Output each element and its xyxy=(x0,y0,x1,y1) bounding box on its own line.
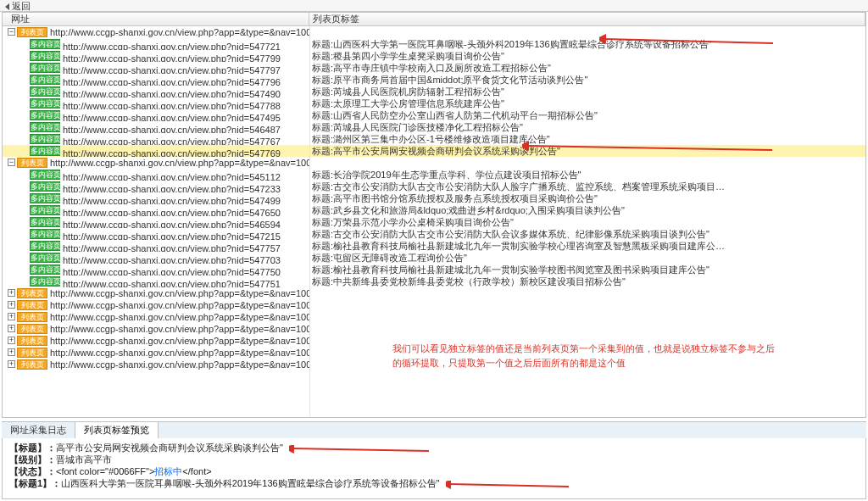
label-cell[interactable]: 标题:山西省人民防空办公室山西省人防第二代机动平台一期招标公告" xyxy=(310,109,865,121)
label-cell[interactable] xyxy=(310,157,865,169)
url-text: http://www.ccgp-shanxi.gov.cn/view.php?n… xyxy=(63,267,281,276)
badge-orange: 列表页 xyxy=(17,348,47,358)
expand-icon[interactable]: + xyxy=(8,289,15,297)
tree-row[interactable]: 多内容页http://www.ccgp-shanxi.gov.cn/view.p… xyxy=(3,276,309,287)
label-cell[interactable]: 标题:中共新绛县委党校新绛县委党校（行政学校）新校区建设项目招标公告" xyxy=(310,276,865,287)
url-text: http://www.ccgp-shanxi.gov.cn/view.php?n… xyxy=(63,220,281,228)
tree-spacer xyxy=(21,240,30,252)
tree-spacer xyxy=(21,86,30,97)
tab-preview[interactable]: 列表页标签预览 xyxy=(75,422,159,439)
label-cell[interactable]: 标题:榆社县教育科技局榆社县新建城北九年一贯制实验学校图书阅览室及图书采购项目建… xyxy=(310,264,865,276)
label-cell[interactable]: 标题:万荣县示范小学办公桌椅采购项目询价公告" xyxy=(310,216,865,228)
tab-log[interactable]: 网址采集日志 xyxy=(2,422,75,439)
label-cell[interactable]: 标题:高平市公安局网安视频会商研判会议系统采购谈判公告" xyxy=(310,145,865,157)
tree-row[interactable]: 多内容页http://www.ccgp-shanxi.gov.cn/view.p… xyxy=(3,252,309,264)
badge-green: 多内容页 xyxy=(30,264,60,275)
tree-row[interactable]: 多内容页http://www.ccgp-shanxi.gov.cn/view.p… xyxy=(3,50,309,62)
column-header-label[interactable]: 列表页标签 xyxy=(309,13,865,26)
tree-row[interactable]: 多内容页http://www.ccgp-shanxi.gov.cn/view.p… xyxy=(3,169,309,181)
tree-row[interactable]: 多内容页http://www.ccgp-shanxi.gov.cn/view.p… xyxy=(3,216,309,228)
url-text: http://www.ccgp-shanxi.gov.cn/view.php?n… xyxy=(63,148,281,157)
label-cell[interactable] xyxy=(310,287,865,299)
badge-green: 多内容页 xyxy=(30,205,60,215)
back-label: 返回 xyxy=(12,1,31,11)
expand-icon[interactable]: + xyxy=(8,337,15,344)
url-text: http://www.ccgp-shanxi.gov.cn/view.php?n… xyxy=(63,42,281,50)
collapse-icon[interactable]: − xyxy=(8,28,15,36)
url-tree: −列表页http://www.ccgp-shanxi.gov.cn/view.p… xyxy=(3,26,309,416)
tree-row[interactable]: 多内容页http://www.ccgp-shanxi.gov.cn/view.p… xyxy=(3,38,309,50)
label-cell[interactable]: 标题:古交市公安消防大队古交市公安消防大队人脸字广播系统、监控系统、档案管理系统… xyxy=(310,181,865,192)
label-cell[interactable] xyxy=(310,26,865,38)
tree-row[interactable]: +列表页http://www.ccgp-shanxi.gov.cn/view.p… xyxy=(3,287,309,299)
tree-row[interactable]: +列表页http://www.ccgp-shanxi.gov.cn/view.p… xyxy=(3,299,309,311)
top-bar: 返回 xyxy=(0,0,868,12)
tree-row[interactable]: 多内容页http://www.ccgp-shanxi.gov.cn/view.p… xyxy=(3,240,309,252)
label-cell[interactable]: 标题:太原理工大学公房管理信息系统建库公告" xyxy=(310,97,865,109)
url-text: http://www.ccgp-shanxi.gov.cn/view.php?a… xyxy=(50,312,309,322)
tree-row[interactable]: 多内容页http://www.ccgp-shanxi.gov.cn/view.p… xyxy=(3,228,309,240)
tree-spacer xyxy=(21,181,30,192)
expand-icon[interactable]: + xyxy=(8,313,15,320)
tree-row[interactable]: 多内容页http://www.ccgp-shanxi.gov.cn/view.p… xyxy=(3,204,309,216)
label-cell[interactable]: 标题:高平市寺庄镇中学校南入口及厕所改造工程招标公告" xyxy=(310,62,865,74)
expand-icon[interactable]: + xyxy=(8,301,15,309)
tree-row[interactable]: −列表页http://www.ccgp-shanxi.gov.cn/view.p… xyxy=(3,157,309,169)
tree-row[interactable]: +列表页http://www.ccgp-shanxi.gov.cn/view.p… xyxy=(3,347,309,359)
tree-row[interactable]: 多内容页http://www.ccgp-shanxi.gov.cn/view.p… xyxy=(3,181,309,192)
label-cell[interactable]: 标题:山西医科大学第一医院耳鼻咽喉-头颈外科2019年136购置眩晕综合诊疗系统… xyxy=(310,38,865,50)
tree-row[interactable]: 多内容页http://www.ccgp-shanxi.gov.cn/view.p… xyxy=(3,264,309,276)
back-arrow-icon xyxy=(5,3,9,10)
badge-green: 多内容页 xyxy=(30,253,60,263)
tree-spacer xyxy=(21,252,30,264)
label-cell[interactable]: 标题:古交市公安消防大队古交市公安消防大队会议多媒体系统、纪律影像系统采购项目谈… xyxy=(310,228,865,240)
tree-row[interactable]: 多内容页http://www.ccgp-shanxi.gov.cn/view.p… xyxy=(3,145,309,157)
column-header-url[interactable]: 网址 xyxy=(3,13,309,26)
collapse-icon[interactable]: − xyxy=(8,159,15,166)
badge-green: 多内容页 xyxy=(30,110,60,120)
label-cell[interactable]: 标题:潞州区第三集中办公区-1号楼维修改造项目建库公告" xyxy=(310,133,865,145)
label-cell[interactable]: 标题:芮城县人民医院门诊医技楼净化工程招标公告" xyxy=(310,121,865,133)
tree-row[interactable]: +列表页http://www.ccgp-shanxi.gov.cn/view.p… xyxy=(3,335,309,347)
url-text: http://www.ccgp-shanxi.gov.cn/view.php?n… xyxy=(63,196,281,204)
label-cell[interactable]: 标题:稷县第四小学学生桌凳采购项目询价公告" xyxy=(310,50,865,62)
expand-icon[interactable]: + xyxy=(8,360,15,368)
tree-row[interactable]: 多内容页http://www.ccgp-shanxi.gov.cn/view.p… xyxy=(3,192,309,204)
badge-green: 多内容页 xyxy=(30,217,60,227)
label-cell[interactable]: 标题:原平市商务局首届中国&middot;原平食货文化节活动谈判公告" xyxy=(310,74,865,86)
label-cell[interactable] xyxy=(310,311,865,323)
badge-green: 多内容页 xyxy=(30,86,60,97)
back-button[interactable]: 返回 xyxy=(5,0,31,13)
label-cell[interactable]: 标题:屯留区无障碍改造工程询价公告" xyxy=(310,252,865,264)
url-text: http://www.ccgp-shanxi.gov.cn/view.php?n… xyxy=(63,255,281,264)
tree-row[interactable]: 多内容页http://www.ccgp-shanxi.gov.cn/view.p… xyxy=(3,74,309,86)
expand-icon[interactable]: + xyxy=(8,325,15,332)
tree-row[interactable]: 多内容页http://www.ccgp-shanxi.gov.cn/view.p… xyxy=(3,62,309,74)
tree-row[interactable]: 多内容页http://www.ccgp-shanxi.gov.cn/view.p… xyxy=(3,109,309,121)
arrow-annotation-log1 xyxy=(289,445,433,454)
tree-row[interactable]: 多内容页http://www.ccgp-shanxi.gov.cn/view.p… xyxy=(3,121,309,133)
tree-row[interactable]: +列表页http://www.ccgp-shanxi.gov.cn/view.p… xyxy=(3,323,309,335)
url-text: http://www.ccgp-shanxi.gov.cn/view.php?a… xyxy=(50,288,309,298)
label-cell[interactable]: 标题:高平市图书馆分馆系统授权及服务点系统授权项目采购询价公告" xyxy=(310,192,865,204)
url-text: http://www.ccgp-shanxi.gov.cn/view.php?a… xyxy=(50,324,309,334)
expand-icon[interactable]: + xyxy=(8,348,15,356)
tree-row[interactable]: −列表页http://www.ccgp-shanxi.gov.cn/view.p… xyxy=(3,26,309,38)
label-cell[interactable]: 标题:榆社县教育科技局榆社县新建城北九年一贯制实验学校心理咨询室及智慧黑板采购项… xyxy=(310,240,865,252)
label-cell[interactable]: 标题:武乡县文化和旅游局&ldquo;戏曲进乡村&rdquo;入围采购项目谈判公… xyxy=(310,204,865,216)
tree-row[interactable]: 多内容页http://www.ccgp-shanxi.gov.cn/view.p… xyxy=(3,97,309,109)
label-cell[interactable]: 标题:长治学院2019年生态学重点学科、学位点建设项目招标公告" xyxy=(310,169,865,181)
badge-orange: 列表页 xyxy=(17,288,47,298)
url-text: http://www.ccgp-shanxi.gov.cn/view.php?n… xyxy=(63,208,281,216)
label-cell[interactable] xyxy=(310,323,865,335)
tree-row[interactable]: +列表页http://www.ccgp-shanxi.gov.cn/view.p… xyxy=(3,359,309,370)
label-cell[interactable] xyxy=(310,299,865,311)
tree-spacer xyxy=(21,121,30,133)
badge-green: 多内容页 xyxy=(30,122,60,132)
tree-row[interactable]: +列表页http://www.ccgp-shanxi.gov.cn/view.p… xyxy=(3,311,309,323)
tree-row[interactable]: 多内容页http://www.ccgp-shanxi.gov.cn/view.p… xyxy=(3,133,309,145)
tree-row[interactable]: 多内容页http://www.ccgp-shanxi.gov.cn/view.p… xyxy=(3,86,309,97)
badge-orange: 列表页 xyxy=(17,324,47,334)
url-text: http://www.ccgp-shanxi.gov.cn/view.php?n… xyxy=(63,172,281,181)
label-cell[interactable]: 标题:芮城县人民医院机房防辐射工程招标公告" xyxy=(310,86,865,97)
